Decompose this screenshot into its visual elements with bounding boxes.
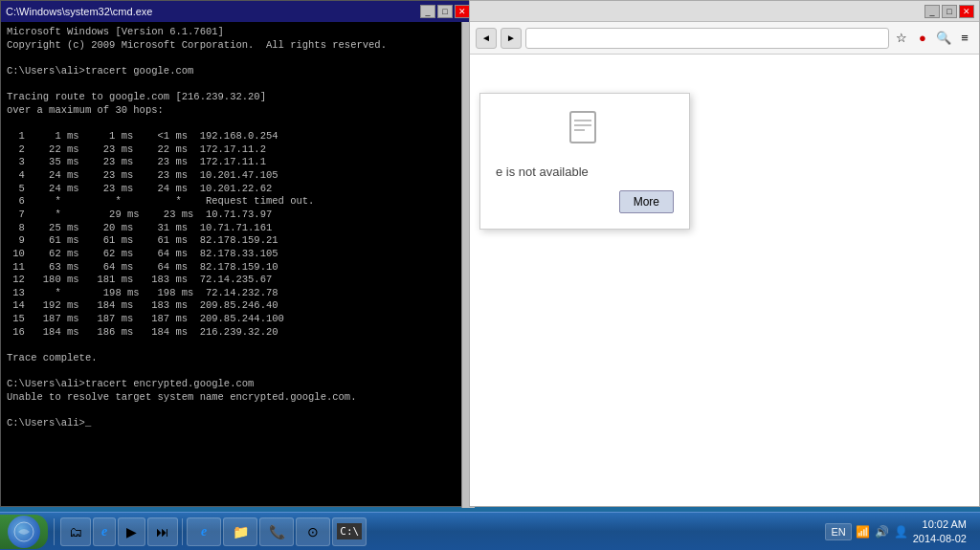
explorer-quicklaunch[interactable]: 🗂	[60, 517, 91, 546]
browser-minimize-button[interactable]: _	[924, 5, 940, 18]
language-button[interactable]: EN	[825, 523, 851, 540]
browser-close-button[interactable]: ✕	[959, 5, 974, 18]
start-button[interactable]	[0, 515, 48, 549]
ie-quicklaunch[interactable]: e	[93, 517, 116, 546]
media-quicklaunch[interactable]: ▶	[118, 517, 145, 546]
cmd-maximize-button[interactable]: □	[437, 5, 453, 18]
cmd-minimize-button[interactable]: _	[420, 5, 435, 18]
taskbar: 🗂 e ▶ ⏭ e 📁 📞 ⊙ C:\ EN 📶 🔊	[0, 512, 980, 550]
system-tray: EN 📶 🔊 👤 10:02 AM 2014-08-02	[817, 517, 980, 545]
cmd-titlebar: C:\Windows\system32\cmd.exe _ □ ✕	[1, 1, 475, 22]
folder-taskbar-app[interactable]: 📁	[223, 517, 257, 546]
error-dialog-buttons: More	[619, 190, 674, 213]
cmd-window-buttons: _ □ ✕	[420, 5, 470, 18]
user-icon[interactable]: 👤	[894, 524, 909, 539]
volume-icon[interactable]: 🔊	[875, 524, 890, 539]
browser-icons: ☆ ● 🔍 ≡	[893, 30, 973, 47]
browser-forward-button[interactable]: ►	[501, 28, 522, 49]
error-page-icon	[566, 109, 604, 154]
clock[interactable]: 10:02 AM 2014-08-02	[913, 517, 972, 545]
cmd-taskbar-app[interactable]: C:\	[332, 517, 367, 546]
clock-time: 10:02 AM	[913, 517, 967, 531]
cmd-output[interactable]: Microsoft Windows [Version 6.1.7601] Cop…	[1, 22, 475, 506]
browser-content: e is not available More	[470, 55, 979, 506]
browser-titlebar: _ □ ✕	[470, 1, 979, 22]
browser-window: _ □ ✕ ◄ ► ☆ ● 🔍 ≡ e	[469, 0, 980, 507]
browser-maximize-button[interactable]: □	[942, 5, 957, 18]
error-message: e is not available	[496, 164, 589, 181]
clock-date: 2014-08-02	[913, 532, 967, 545]
quicklaunch-bar: 🗂 e ▶ ⏭ e 📁 📞 ⊙ C:\	[56, 517, 817, 546]
star-icon[interactable]: ☆	[893, 30, 910, 47]
error-dialog: e is not available More	[479, 93, 690, 230]
cmd-close-button[interactable]: ✕	[455, 5, 470, 18]
cmd-window: C:\Windows\system32\cmd.exe _ □ ✕ Micros…	[0, 0, 476, 507]
svg-rect-0	[570, 112, 595, 143]
search-icon[interactable]: 🔍	[935, 30, 952, 47]
network-icon[interactable]: 📶	[856, 524, 871, 539]
browser-back-button[interactable]: ◄	[476, 28, 497, 49]
skip-quicklaunch[interactable]: ⏭	[147, 517, 178, 546]
chrome-taskbar-app[interactable]: ⊙	[296, 517, 330, 546]
stop-icon[interactable]: ●	[914, 30, 931, 47]
more-button[interactable]: More	[619, 190, 674, 213]
browser-address-bar[interactable]	[525, 28, 889, 49]
apps-separator	[182, 518, 183, 545]
cmd-title: C:\Windows\system32\cmd.exe	[6, 6, 152, 17]
viber-taskbar-app[interactable]: 📞	[259, 517, 294, 546]
browser-window-buttons: _ □ ✕	[924, 5, 974, 18]
quicklaunch-separator	[54, 518, 55, 545]
browser-toolbar: ◄ ► ☆ ● 🔍 ≡	[470, 22, 979, 55]
menu-icon[interactable]: ≡	[956, 30, 973, 47]
start-orb	[8, 516, 40, 548]
ie-taskbar-app[interactable]: e	[187, 517, 221, 546]
